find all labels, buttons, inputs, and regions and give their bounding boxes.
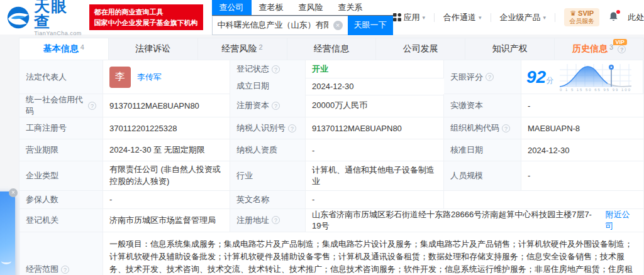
- nav-enterprise-products[interactable]: 企业级产品 ▾: [500, 12, 547, 23]
- tab-operating-risk[interactable]: 经营风险 2: [198, 38, 287, 60]
- help-icon[interactable]: ?: [272, 216, 280, 224]
- value-text: -: [312, 195, 314, 204]
- slogan-line1: 都在用的商业查询工具: [94, 7, 198, 18]
- help-icon[interactable]: ?: [61, 266, 69, 274]
- label-text: 经营范围: [26, 264, 58, 275]
- value-text: 济南市历城区市场监督管理局: [109, 215, 216, 226]
- value-text: MAE8UAPN-8: [528, 124, 580, 133]
- value-text: 有限责任公司 (非自然人投资或控股的法人独资): [109, 164, 223, 188]
- tab-intellectual-property[interactable]: 知识产权: [465, 38, 555, 60]
- legal-rep-link[interactable]: 李传军: [137, 72, 162, 83]
- floating-promo-banner[interactable]: [0, 191, 15, 275]
- search-box: ×: [212, 16, 348, 35]
- svip-member-badge[interactable]: ♛ SVIP 会员服务: [564, 8, 599, 26]
- legal-rep-cell: 李 李传军: [103, 60, 230, 94]
- value-text: 91370112MAE8UAPN80: [109, 101, 199, 111]
- field-label: 企业类型: [19, 161, 103, 191]
- search-tab-company[interactable]: 查公司: [212, 0, 252, 15]
- value-text: 20000万人民币: [312, 100, 367, 111]
- vip-badge: VIP: [613, 39, 628, 45]
- field-label: 天眼评分?: [444, 60, 521, 94]
- tianyancha-logo[interactable]: 天眼查 TianYanCha.com: [6, 0, 83, 36]
- help-icon[interactable]: ?: [88, 102, 96, 110]
- field-value: -: [521, 161, 643, 191]
- label-text: 纳税人识别号: [236, 122, 286, 134]
- tab-count: 4: [80, 43, 84, 51]
- chevron-down-icon: ▾: [423, 14, 426, 21]
- section-tabs: 基本信息 4 法律诉讼 经营风险 2 经营信息 公司发展 知识产权 VIP 历史…: [19, 38, 644, 60]
- field-label: 经营范围?: [19, 232, 103, 275]
- field-label: 统一社会信用代码?: [19, 94, 103, 117]
- search-tabs: 查公司 查老板 查风险 查关系: [212, 0, 393, 16]
- field-label: 法定代表人: [19, 60, 103, 94]
- search-tab-boss[interactable]: 查老板: [252, 0, 291, 15]
- search-button[interactable]: 天眼一下: [348, 16, 393, 35]
- crown-icon: ♛: [570, 9, 576, 17]
- clear-search-icon[interactable]: ×: [333, 21, 343, 30]
- field-value: 2024-12-30 至 无固定期限: [103, 139, 230, 161]
- label-text: 登记机关: [26, 215, 58, 226]
- tab-company-development[interactable]: 公司发展: [376, 38, 465, 60]
- field-value: 91370112MAE8UAPN80: [103, 94, 230, 117]
- member-service-label: 会员服务: [569, 18, 594, 25]
- logo-subtitle: TianYanCha.com: [34, 31, 82, 36]
- nearby-companies-link[interactable]: 附近公司: [606, 209, 637, 232]
- company-detail-card: 基本信息 4 法律诉讼 经营风险 2 经营信息 公司发展 知识产权 VIP 历史…: [19, 38, 644, 275]
- help-icon[interactable]: ?: [486, 73, 494, 81]
- label-text: 英文名称: [236, 194, 269, 205]
- label-text: 实缴资本: [450, 100, 483, 111]
- svip-label: SVIP: [578, 9, 594, 17]
- help-icon[interactable]: ?: [502, 124, 510, 132]
- nav-cooperation[interactable]: 合作通道 ▾: [443, 12, 482, 23]
- field-label: 实缴资本: [444, 94, 521, 117]
- divider: [491, 13, 491, 22]
- help-icon[interactable]: ?: [288, 124, 296, 132]
- value-text: -: [109, 195, 112, 204]
- close-icon[interactable]: ×: [9, 188, 18, 197]
- field-label: 参保人数: [19, 191, 103, 209]
- label-text: 统一社会信用代码: [26, 94, 86, 117]
- tab-label: 法律诉讼: [135, 43, 170, 55]
- tab-business-info[interactable]: 经营信息: [287, 38, 377, 60]
- tab-legal-litigation[interactable]: 法律诉讼: [109, 38, 198, 60]
- tab-basic-info[interactable]: 基本信息 4: [19, 38, 109, 60]
- notification-bell[interactable]: [608, 11, 619, 24]
- search-input[interactable]: [213, 21, 333, 30]
- label-text: 注册资本: [236, 100, 269, 111]
- label-text: 法定代表人: [26, 72, 67, 83]
- search-tab-relation[interactable]: 查关系: [331, 0, 370, 15]
- score-distribution-chart: 0 1 5 15 50 65 95 99 100: [558, 63, 633, 92]
- field-label: 成立日期: [230, 77, 306, 95]
- label-text: 成立日期: [236, 80, 269, 92]
- label-text: 工商注册号: [26, 122, 67, 134]
- apps-grid-icon: [393, 13, 401, 21]
- info-row-6: 参保人数 - 英文名称 -: [19, 191, 644, 209]
- nav-apps[interactable]: 应用 ▾: [393, 12, 426, 23]
- help-icon[interactable]: ?: [272, 102, 280, 110]
- help-icon[interactable]: ?: [272, 65, 280, 73]
- tab-history-info[interactable]: VIP 历史信息 3 ?: [555, 38, 643, 60]
- score-unit: 分: [546, 76, 553, 85]
- nav-enterprise-label: 企业级产品: [500, 12, 541, 23]
- value-text: -: [528, 171, 530, 180]
- field-label: 英文名称: [230, 191, 306, 209]
- tab-count: 2: [259, 43, 263, 51]
- field-label: 营业期限: [19, 139, 103, 161]
- avatar[interactable]: 李: [109, 67, 131, 88]
- info-row-5: 企业类型 有限责任公司 (非自然人投资或控股的法人独资) 行业 计算机、通信和其…: [19, 161, 644, 191]
- field-value: 370112201225328: [103, 117, 230, 139]
- empty-cell: [444, 191, 643, 209]
- help-icon[interactable]: ?: [618, 45, 626, 53]
- field-value: -: [306, 139, 444, 161]
- user-menu[interactable]: 此处有... ▾: [628, 12, 644, 23]
- nav-apps-label: 应用: [404, 12, 420, 23]
- divider: [555, 13, 555, 22]
- search-tab-risk[interactable]: 查风险: [291, 0, 331, 15]
- business-scope-cell: 一般项目：信息系统集成服务；集成电路芯片及产品制造；集成电路芯片设计及服务；集成…: [103, 232, 643, 275]
- wave-decoration-icon: [1, 258, 11, 264]
- tab-label: 基本信息: [43, 43, 79, 55]
- label-text: 登记状态: [236, 63, 269, 75]
- chevron-down-icon: ▾: [543, 14, 547, 21]
- logo-title: 天眼查: [34, 0, 82, 30]
- tab-label: 知识产权: [492, 43, 528, 55]
